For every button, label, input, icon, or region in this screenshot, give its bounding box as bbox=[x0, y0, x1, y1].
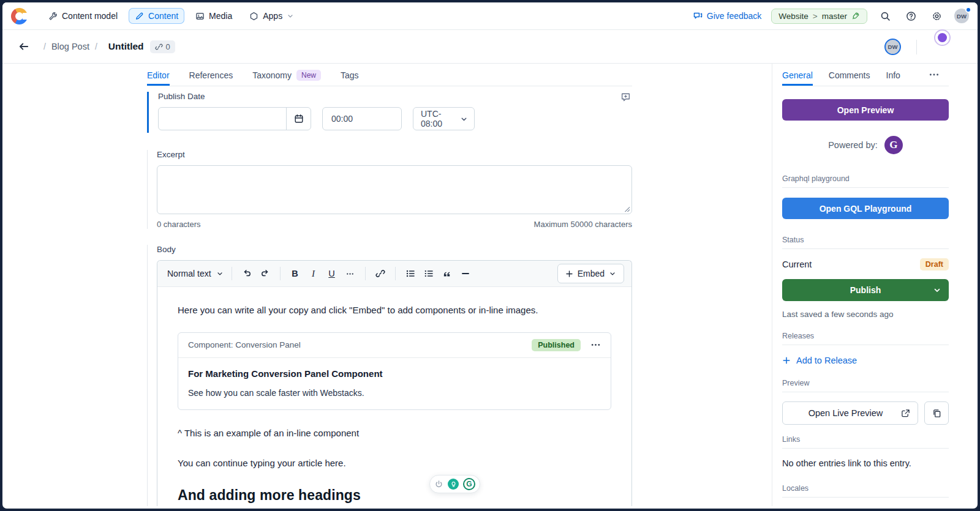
presence-indicator[interactable] bbox=[934, 29, 951, 46]
give-feedback-link[interactable]: Give feedback bbox=[693, 11, 762, 21]
top-navigation: Content model Content Media Apps bbox=[2, 2, 978, 30]
nav-content-model[interactable]: Content model bbox=[42, 8, 124, 24]
bold-button[interactable]: B bbox=[286, 264, 304, 283]
text-style-value: Normal text bbox=[167, 269, 211, 278]
entry-links-count[interactable]: 0 bbox=[150, 40, 175, 53]
rich-text-content[interactable]: Here you can write all your copy and cli… bbox=[157, 287, 631, 506]
embed-button-label: Embed bbox=[578, 269, 605, 278]
nav-content-label: Content bbox=[148, 11, 178, 21]
hyperlink-button[interactable] bbox=[371, 264, 390, 283]
more-formatting-button[interactable] bbox=[341, 264, 360, 283]
external-link-icon bbox=[901, 409, 910, 418]
redo-button[interactable] bbox=[256, 264, 274, 283]
nav-apps[interactable]: Apps bbox=[243, 8, 300, 24]
open-gql-playground-button[interactable]: Open GQL Playground bbox=[782, 198, 949, 219]
user-avatar[interactable]: DW bbox=[954, 9, 969, 23]
search-button[interactable] bbox=[877, 8, 893, 24]
date-input[interactable] bbox=[159, 108, 286, 130]
breadcrumb-content-type[interactable]: Blog Post bbox=[51, 42, 89, 51]
links-section-title: Links bbox=[782, 435, 949, 449]
add-to-release-link[interactable]: Add to Release bbox=[782, 356, 949, 365]
draft-badge: Draft bbox=[920, 258, 949, 270]
calendar-button[interactable] bbox=[286, 108, 311, 130]
publish-date-label: Publish Date bbox=[158, 92, 632, 101]
plus-icon bbox=[782, 356, 791, 365]
tab-comments[interactable]: Comments bbox=[829, 64, 870, 86]
unordered-list-button[interactable] bbox=[401, 264, 420, 283]
entry-links-count-value: 0 bbox=[166, 42, 170, 51]
powered-by-row: Powered by: G bbox=[782, 136, 949, 154]
tab-tags[interactable]: Tags bbox=[341, 64, 359, 86]
tab-references[interactable]: References bbox=[189, 64, 233, 86]
nav-media[interactable]: Media bbox=[189, 8, 238, 24]
nav-content-model-label: Content model bbox=[62, 11, 118, 21]
last-saved-text: Last saved a few seconds ago bbox=[782, 310, 949, 319]
embedded-component-description: See how you can scale faster with Websta… bbox=[188, 388, 601, 398]
horizontal-rule-button[interactable] bbox=[456, 264, 475, 283]
collaborator-avatar-initials: DW bbox=[888, 43, 898, 50]
collaborator-avatar[interactable]: DW bbox=[884, 39, 901, 55]
add-to-release-label: Add to Release bbox=[796, 356, 857, 365]
plus-icon bbox=[565, 270, 573, 278]
copy-preview-url-button[interactable] bbox=[924, 401, 949, 425]
current-status-row: Current Draft bbox=[782, 258, 949, 270]
component-actions-menu[interactable] bbox=[590, 340, 601, 350]
tab-taxonomy[interactable]: Taxonomy New bbox=[252, 64, 321, 86]
give-feedback-label: Give feedback bbox=[707, 11, 762, 21]
time-input[interactable]: 00:00 bbox=[322, 107, 402, 130]
grammarly-widget[interactable]: G bbox=[429, 475, 480, 493]
notification-dot bbox=[965, 7, 971, 13]
gear-icon bbox=[932, 11, 942, 21]
links-empty-text: No other entries link to this entry. bbox=[782, 458, 949, 468]
publish-button[interactable]: Publish bbox=[782, 279, 949, 301]
tab-general[interactable]: General bbox=[782, 64, 813, 86]
releases-section-title: Releases bbox=[782, 332, 949, 345]
excerpt-textarea[interactable] bbox=[157, 165, 632, 214]
current-label: Current bbox=[782, 259, 812, 269]
entry-title: Untitled bbox=[108, 41, 144, 52]
entry-editor-panel: Editor References Taxonomy New Tags P bbox=[2, 64, 772, 506]
tab-references-label: References bbox=[189, 70, 233, 80]
ordered-list-button[interactable] bbox=[420, 264, 438, 283]
rich-text-editor: Normal text bbox=[157, 260, 632, 506]
wrench-icon bbox=[48, 12, 58, 21]
underline-button[interactable]: U bbox=[323, 264, 341, 283]
tab-tags-label: Tags bbox=[341, 70, 359, 80]
text-style-select[interactable]: Normal text bbox=[165, 269, 226, 278]
published-badge: Published bbox=[532, 339, 581, 351]
environment-space: Website bbox=[778, 12, 809, 21]
embed-button[interactable]: Embed bbox=[557, 264, 624, 283]
date-input-group bbox=[158, 107, 311, 130]
timezone-select[interactable]: UTC-08:00 bbox=[413, 107, 475, 130]
tab-general-label: General bbox=[782, 70, 813, 80]
environment-name: master bbox=[822, 12, 847, 21]
settings-button[interactable] bbox=[929, 8, 944, 24]
publish-date-inputs: 00:00 UTC-08:00 bbox=[158, 107, 632, 130]
italic-button[interactable]: I bbox=[304, 264, 323, 283]
power-icon bbox=[434, 480, 443, 489]
blockquote-button[interactable] bbox=[438, 264, 456, 283]
toolbar-divider bbox=[232, 267, 232, 280]
publish-dropdown-chevron[interactable] bbox=[933, 286, 941, 294]
tab-editor[interactable]: Editor bbox=[147, 64, 170, 86]
help-button[interactable] bbox=[903, 8, 919, 24]
editor-tabs: Editor References Taxonomy New Tags bbox=[147, 64, 632, 86]
contentful-logo[interactable] bbox=[11, 8, 28, 24]
embedded-component-card[interactable]: Component: Conversion Panel Published Fo… bbox=[178, 332, 611, 410]
toolbar-divider bbox=[280, 267, 281, 280]
entry-header-bar: / Blog Post / Untitled 0 DW bbox=[2, 30, 978, 64]
tab-info[interactable]: Info bbox=[886, 64, 900, 86]
undo-button[interactable] bbox=[238, 264, 256, 283]
excerpt-max-chars: Maximum 50000 characters bbox=[534, 220, 632, 229]
calendar-icon bbox=[294, 114, 304, 124]
add-comment-icon[interactable] bbox=[620, 92, 631, 102]
back-button[interactable] bbox=[18, 41, 29, 52]
open-preview-button[interactable]: Open Preview bbox=[782, 99, 949, 121]
nav-content[interactable]: Content bbox=[129, 8, 184, 24]
open-live-preview-button[interactable]: Open Live Preview bbox=[782, 401, 918, 425]
preview-actions-row: Open Live Preview bbox=[782, 401, 949, 425]
nav-media-label: Media bbox=[209, 11, 232, 21]
excerpt-char-count: 0 characters bbox=[157, 220, 201, 229]
gatsby-logo-letter: G bbox=[889, 139, 897, 151]
environment-badge[interactable]: Website > master bbox=[771, 9, 867, 24]
